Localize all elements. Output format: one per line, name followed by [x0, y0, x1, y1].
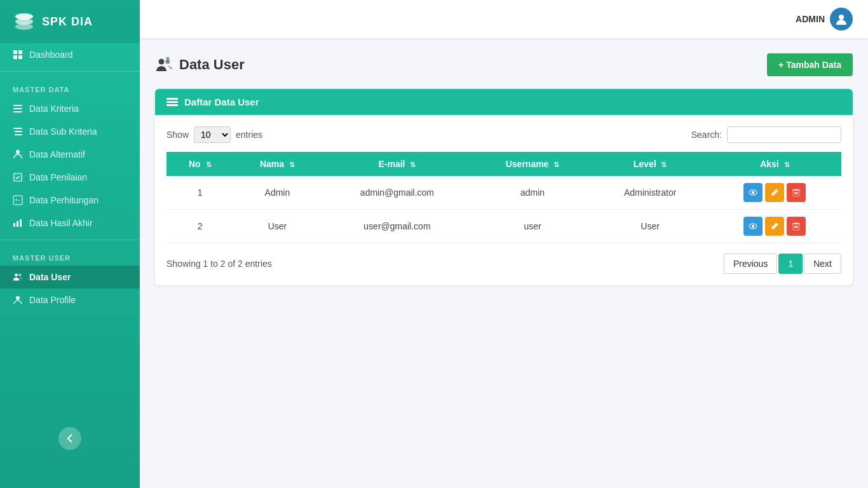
cell-no-0: 1	[166, 176, 234, 210]
previous-button[interactable]: Previous	[724, 254, 777, 274]
sidebar-label-data-profile: Data Profile	[29, 295, 76, 305]
logo-icon	[13, 10, 36, 33]
cell-username-1: user	[473, 210, 592, 243]
sub-criteria-icon	[13, 126, 23, 137]
search-input[interactable]	[727, 126, 841, 143]
sidebar: SPK DIA Dashboard MASTER DATA Data Krite…	[0, 0, 140, 488]
edit-button-0[interactable]	[765, 183, 784, 202]
divider-2	[0, 240, 140, 240]
svg-point-13	[16, 150, 20, 154]
main-area: ADMIN Data User	[140, 0, 868, 488]
col-username: Username ⇅	[473, 152, 592, 176]
chevron-left-icon	[67, 434, 73, 443]
table-controls: Show 10 25 50 100 entries Search:	[166, 126, 841, 143]
svg-point-30	[752, 191, 754, 194]
perhitungan-icon: +-	[13, 195, 23, 205]
card-header: Daftar Data User	[155, 89, 853, 115]
add-data-button[interactable]: + Tambah Data	[767, 53, 853, 76]
sort-icon-email: ⇅	[410, 161, 416, 168]
table-row: 1 Admin admin@gmail.com admin Administra…	[166, 176, 841, 210]
sidebar-item-data-penilaian[interactable]: Data Penilaian	[0, 166, 140, 189]
sidebar-label-data-user: Data User	[29, 272, 71, 282]
topbar-username: ADMIN	[796, 14, 825, 24]
svg-point-20	[18, 274, 21, 276]
app-name: SPK DIA	[42, 15, 93, 29]
sort-icon-no: ⇅	[206, 161, 212, 168]
table-body: 1 Admin admin@gmail.com admin Administra…	[166, 176, 841, 243]
svg-rect-17	[17, 221, 18, 227]
pagination-area: Showing 1 to 2 of 2 entries Previous 1 N…	[166, 254, 841, 274]
penilaian-icon	[13, 172, 23, 182]
sidebar-item-data-perhitungan[interactable]: +- Data Perhitungan	[0, 189, 140, 212]
col-email: E-mail ⇅	[321, 152, 473, 176]
svg-rect-3	[13, 50, 17, 54]
sidebar-label-data-penilaian: Data Penilaian	[29, 172, 87, 182]
section-master-data: MASTER DATA	[0, 77, 140, 97]
page-title-icon	[155, 56, 173, 74]
card-body: Show 10 25 50 100 entries Search:	[155, 115, 853, 285]
svg-rect-28	[166, 104, 178, 106]
sort-icon-level: ⇅	[661, 161, 667, 168]
sort-icon-username: ⇅	[553, 161, 559, 168]
table-row: 2 User user@gmail.com user User	[166, 210, 841, 243]
sidebar-item-data-alternatif[interactable]: Data Alternatif	[0, 143, 140, 166]
sidebar-collapse-button[interactable]	[58, 427, 81, 450]
page-content: Data User + Tambah Data Daftar Data User…	[140, 38, 868, 488]
sidebar-item-data-sub-kriteria[interactable]: Data Sub Kriteria	[0, 120, 140, 143]
svg-rect-4	[18, 50, 22, 54]
next-button[interactable]: Next	[804, 254, 841, 274]
page-1-button[interactable]: 1	[778, 254, 803, 274]
cell-email-0: admin@gmail.com	[321, 176, 473, 210]
criteria-icon	[13, 104, 23, 114]
sidebar-item-data-hasil-akhir[interactable]: Data Hasil Akhir	[0, 212, 140, 234]
dashboard-icon	[13, 50, 23, 60]
user-group-icon	[13, 272, 23, 282]
sidebar-label-data-perhitungan: Data Perhitungan	[29, 195, 98, 205]
svg-rect-16	[13, 223, 15, 227]
data-user-card: Daftar Data User Show 10 25 50 100 entri…	[155, 89, 853, 285]
svg-point-22	[839, 15, 844, 20]
pagination: Previous 1 Next	[724, 254, 841, 274]
sidebar-item-dashboard[interactable]: Dashboard	[0, 43, 140, 66]
svg-rect-10	[13, 128, 22, 129]
entries-label: entries	[236, 130, 262, 140]
page-title-area: Data User	[155, 56, 245, 74]
topbar-user: ADMIN	[796, 8, 853, 30]
svg-point-23	[159, 59, 165, 65]
show-label: Show	[166, 130, 189, 140]
svg-rect-12	[15, 134, 22, 135]
view-button-0[interactable]	[743, 183, 763, 202]
sidebar-label-data-kriteria: Data Kriteria	[29, 104, 79, 114]
edit-button-1[interactable]	[765, 217, 784, 236]
cell-nama-0: Admin	[234, 176, 322, 210]
table-head: No ⇅ Nama ⇅ E-mail ⇅	[166, 152, 841, 176]
sort-icon-aksi: ⇅	[784, 161, 790, 168]
svg-rect-6	[18, 55, 22, 59]
sidebar-logo: SPK DIA	[0, 0, 140, 43]
sidebar-item-data-user[interactable]: Data User	[0, 266, 140, 288]
svg-rect-5	[13, 55, 17, 59]
delete-button-1[interactable]	[787, 217, 806, 236]
show-entries: Show 10 25 50 100 entries	[166, 126, 262, 143]
delete-button-0[interactable]	[787, 183, 806, 202]
sidebar-item-data-profile[interactable]: Data Profile	[0, 288, 140, 311]
col-aksi: Aksi ⇅	[709, 152, 841, 176]
hasil-icon	[13, 218, 23, 228]
sidebar-label-data-sub-kriteria: Data Sub Kriteria	[29, 126, 97, 137]
profile-icon	[13, 295, 23, 305]
cell-email-1: user@gmail.com	[321, 210, 473, 243]
svg-rect-7	[13, 105, 22, 106]
svg-point-21	[16, 296, 20, 300]
card-header-text: Daftar Data User	[184, 97, 259, 107]
entries-select[interactable]: 10 25 50 100	[194, 126, 231, 143]
svg-rect-27	[166, 101, 178, 103]
topbar: ADMIN	[140, 0, 868, 38]
view-button-1[interactable]	[743, 217, 763, 236]
search-box: Search:	[691, 126, 841, 143]
page-title-text: Data User	[179, 57, 245, 73]
svg-rect-18	[20, 219, 22, 227]
user-table: No ⇅ Nama ⇅ E-mail ⇅	[166, 152, 841, 243]
svg-point-25	[166, 57, 170, 60]
cell-level-1: User	[592, 210, 708, 243]
sidebar-item-data-kriteria[interactable]: Data Kriteria	[0, 97, 140, 120]
